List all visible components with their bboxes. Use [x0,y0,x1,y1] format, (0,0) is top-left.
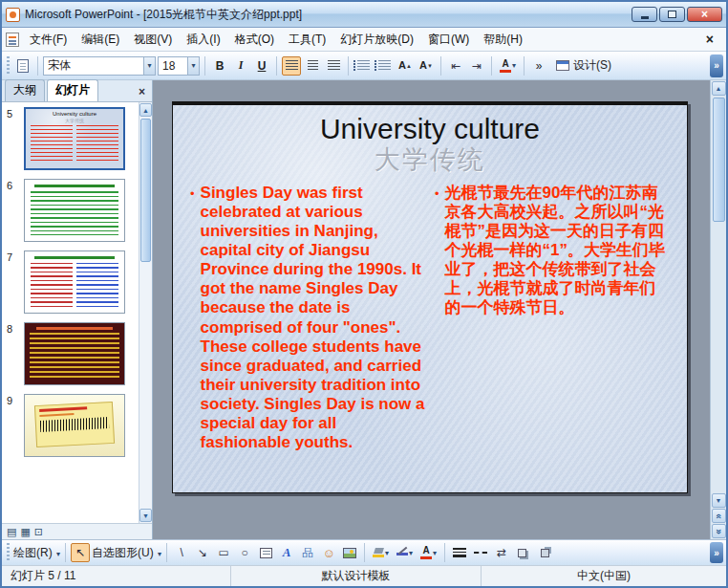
bold-button[interactable]: B [210,56,229,76]
picture-icon [343,548,356,558]
status-design-template: 默认设计模板 [231,566,482,586]
slideshow-button[interactable]: ⊡ [34,526,43,538]
autoshapes-menu-button[interactable]: 自选图形(U) ▾ [92,545,161,561]
thumbnail-image[interactable] [24,322,125,385]
slide-title-en[interactable]: University culture [173,113,687,146]
slide-design-button[interactable]: 设计(S) [550,55,617,76]
slide-sorter-view-button[interactable]: ▦ [20,526,30,538]
oval-tool-button[interactable]: ○ [235,543,254,562]
line-tool-button[interactable]: \ [172,543,191,562]
draw-menu-label: 绘图(R) [13,546,53,559]
thumbnail-slide-5[interactable]: 5 University culture 大学传统 [7,107,137,170]
toolbar-options-button[interactable]: » [710,542,723,563]
scroll-down-button[interactable]: ▼ [712,493,726,508]
dash-style-button[interactable] [471,543,490,562]
pane-scrollbar[interactable]: ▲ ▼ [139,102,152,523]
menu-insert[interactable]: 插入(I) [180,29,226,51]
menu-slideshow[interactable]: 幻灯片放映(D) [333,29,420,51]
font-color-button[interactable]: A ▾ [418,543,439,562]
toolbar-options-button[interactable]: » [710,54,723,77]
line-color-button[interactable]: ▾ [394,543,416,562]
text-box-button[interactable] [256,543,275,562]
wordart-button[interactable]: A [277,543,296,562]
3d-style-button[interactable] [534,543,553,562]
thumbnail-slide-8[interactable]: 8 [7,322,137,385]
close-document-icon[interactable]: × [697,32,722,47]
new-slide-button[interactable] [13,56,32,76]
thumbnail-image[interactable]: University culture 大学传统 [24,107,125,170]
align-right-button[interactable] [324,56,343,76]
slide-title-zh[interactable]: 大学传统 [173,146,687,175]
decrease-indent-button[interactable]: ⇤ [446,56,465,76]
thumbnail-slide-6[interactable]: 6 [7,179,137,242]
shadow-style-button[interactable] [513,543,532,562]
menu-view[interactable]: 视图(V) [127,29,179,51]
align-center-button[interactable] [303,56,322,76]
decrease-font-button[interactable]: A▼ [417,56,436,76]
select-objects-button[interactable]: ↖ [71,543,90,562]
thumbnail-image[interactable] [24,250,125,314]
next-slide-button[interactable]: » [712,524,726,538]
normal-view-button[interactable]: ▤ [7,526,16,538]
align-left-button[interactable] [282,56,301,76]
toolbar-grip[interactable] [7,56,10,76]
toolbar-overflow-button[interactable]: » [529,56,548,76]
menu-help[interactable]: 帮助(H) [477,29,529,51]
font-size-select[interactable]: 18 ▾ [158,56,200,76]
rectangle-icon: ▭ [218,546,228,559]
text-placeholder-chinese[interactable]: • 光棍节最先在90年代的江苏南京各大高校兴起。之所以叫“光棍节”是因为这一天的… [435,184,672,452]
close-button[interactable]: × [687,7,722,22]
minimize-button[interactable] [632,7,657,22]
slide-canvas[interactable]: University culture 大学传统 • Singles Day wa… [172,101,688,493]
numbered-list-button[interactable] [353,56,373,76]
pane-close-icon[interactable]: × [135,85,149,98]
scrollbar-thumb[interactable] [140,119,151,262]
font-name-select[interactable]: 宋体 ▾ [43,56,156,76]
thumbnail-image[interactable] [24,394,125,457]
italic-button[interactable]: I [231,56,250,76]
menu-window[interactable]: 窗口(W) [421,29,476,51]
tab-slides[interactable]: 幻灯片 [47,79,98,101]
previous-slide-button[interactable]: « [712,509,726,523]
thumbnail-image[interactable] [24,179,125,242]
line-style-button[interactable] [450,543,469,562]
increase-indent-button[interactable]: ⇥ [467,56,486,76]
text-box-icon [260,548,272,558]
text-placeholder-english[interactable]: • Singles Day was first celebrated at va… [190,184,427,452]
bullet-text-chinese[interactable]: 光棍节最先在90年代的江苏南京各大高校兴起。之所以叫“光棍节”是因为这一天的日子… [445,184,672,452]
menu-edit[interactable]: 编辑(E) [75,29,126,51]
menu-file[interactable]: 文件(F) [23,29,74,51]
insert-picture-button[interactable] [340,543,359,562]
titlebar[interactable]: Microsoft PowerPoint - [2015光棍节中英文介绍ppt.… [2,2,726,28]
chevron-down-icon[interactable]: ▾ [187,57,199,75]
arrow-tool-button[interactable]: ↘ [193,543,212,562]
scroll-down-button[interactable]: ▼ [139,509,152,522]
separator [204,56,205,76]
menu-tools[interactable]: 工具(T) [282,29,332,51]
bullet-list-button[interactable] [375,56,394,76]
scrollbar-thumb[interactable] [713,98,725,222]
clipart-button[interactable]: ☺ [319,543,338,562]
arrow-style-button[interactable]: ⇄ [492,543,511,562]
tab-outline[interactable]: 大纲 [5,79,45,101]
diagram-button[interactable]: 品 [298,543,317,562]
scroll-up-button[interactable]: ▲ [712,81,726,96]
window-title: Microsoft PowerPoint - [2015光棍节中英文介绍ppt.… [25,7,302,23]
fill-color-button[interactable]: ▾ [370,543,392,562]
increase-font-button[interactable]: A▲ [396,56,415,76]
underline-button[interactable]: U [252,56,271,76]
font-color-button[interactable]: A ▾ [497,56,519,76]
bullet-text-english[interactable]: Singles Day was first celebrated at vari… [201,184,427,452]
thumbnail-slide-7[interactable]: 7 [7,250,137,314]
draw-menu-button[interactable]: 绘图(R) ▾ [13,545,60,561]
slide-design-icon [556,60,569,71]
chevron-down-icon[interactable]: ▾ [143,57,155,75]
thumbnail-slide-9[interactable]: 9 [7,394,137,457]
restore-button[interactable] [659,7,685,22]
vertical-scrollbar[interactable]: ▲ ▼ « » [710,80,726,539]
toolbar-grip[interactable] [7,543,10,562]
line-icon: \ [180,546,182,559]
scroll-up-button[interactable]: ▲ [139,103,152,117]
rectangle-tool-button[interactable]: ▭ [214,543,233,562]
menu-format[interactable]: 格式(O) [228,29,281,51]
